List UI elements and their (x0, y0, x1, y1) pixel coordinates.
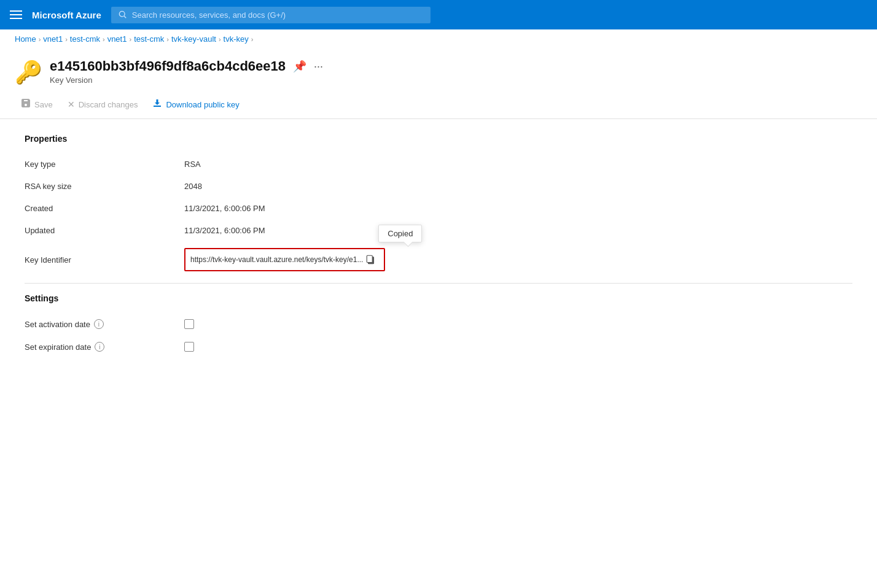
activation-date-checkbox[interactable] (184, 319, 194, 329)
value-created: 11/3/2021, 6:00:06 PM (184, 204, 265, 213)
svg-line-1 (124, 16, 126, 18)
breadcrumb-vnet1-1[interactable]: vnet1 (43, 34, 63, 44)
page-header-content: e145160bb3bf496f9df8a6cb4cd6ee18 📌 ··· K… (50, 58, 862, 85)
expiration-date-checkbox[interactable] (184, 342, 194, 352)
content-area: Properties Key type RSA RSA key size 204… (0, 119, 877, 373)
save-button[interactable]: Save (15, 95, 59, 114)
page-subtitle: Key Version (50, 75, 862, 85)
download-icon (152, 98, 162, 110)
breadcrumb-tvk-key-vault[interactable]: tvk-key-vault (171, 34, 216, 44)
key-identifier-box: https://tvk-key-vault.vault.azure.net/ke… (184, 248, 385, 271)
hamburger-menu[interactable] (10, 10, 22, 19)
property-row-expiration-date: Set expiration date i (25, 336, 852, 358)
label-key-identifier: Key Identifier (25, 255, 184, 265)
more-options-icon[interactable]: ··· (314, 60, 323, 73)
breadcrumb-vnet1-2[interactable]: vnet1 (107, 34, 127, 44)
label-created: Created (25, 204, 184, 213)
label-activation-date: Set activation date i (25, 319, 184, 329)
breadcrumb-tvk-key[interactable]: tvk-key (224, 34, 249, 44)
value-key-type: RSA (184, 160, 201, 169)
page-header: 🔑 e145160bb3bf496f9df8a6cb4cd6ee18 📌 ···… (0, 48, 877, 90)
discard-button[interactable]: ✕ Discard changes (61, 96, 144, 112)
label-expiration-date: Set expiration date i (25, 342, 184, 352)
search-icon (119, 10, 127, 19)
label-key-type: Key type (25, 160, 184, 169)
activation-date-info-icon[interactable]: i (94, 319, 104, 329)
toolbar: Save ✕ Discard changes Download public k… (0, 90, 877, 119)
key-icon: 🔑 (15, 60, 42, 85)
property-row-updated: Updated 11/3/2021, 6:00:06 PM (25, 220, 852, 242)
settings-section-title: Settings (25, 293, 852, 303)
property-row-key-type: Key type RSA (25, 153, 852, 176)
breadcrumb: Home › vnet1 › test-cmk › vnet1 › test-c… (0, 29, 877, 48)
breadcrumb-test-cmk-2[interactable]: test-cmk (134, 34, 164, 44)
copy-icon (365, 254, 376, 265)
search-bar[interactable] (111, 7, 431, 23)
settings-section: Settings Set activation date i Set expir… (25, 293, 852, 358)
breadcrumb-home[interactable]: Home (15, 34, 36, 44)
discard-icon: ✕ (68, 99, 75, 109)
properties-section-title: Properties (25, 134, 852, 144)
breadcrumb-test-cmk-1[interactable]: test-cmk (70, 34, 100, 44)
property-row-key-identifier: Key Identifier Copied https://tvk-key-va… (25, 242, 852, 278)
key-identifier-value: https://tvk-key-vault.vault.azure.net/ke… (190, 255, 363, 264)
value-updated: 11/3/2021, 6:00:06 PM (184, 226, 265, 235)
save-icon (21, 98, 31, 110)
copied-tooltip: Copied (378, 225, 422, 242)
topbar: Microsoft Azure (0, 0, 877, 29)
label-updated: Updated (25, 226, 184, 235)
brand-logo: Microsoft Azure (32, 10, 101, 20)
value-expiration-date (184, 342, 194, 352)
copy-key-identifier-button[interactable] (363, 253, 379, 266)
download-public-key-button[interactable]: Download public key (146, 95, 245, 114)
property-row-rsa-key-size: RSA key size 2048 (25, 176, 852, 198)
svg-rect-3 (367, 255, 373, 262)
svg-point-0 (119, 11, 125, 17)
search-input[interactable] (132, 10, 423, 20)
pin-icon[interactable]: 📌 (293, 60, 306, 73)
page-title: e145160bb3bf496f9df8a6cb4cd6ee18 (50, 58, 286, 74)
property-row-activation-date: Set activation date i (25, 313, 852, 336)
expiration-date-info-icon[interactable]: i (95, 342, 104, 352)
key-identifier-wrapper: Copied https://tvk-key-vault.vault.azure… (184, 248, 385, 271)
value-activation-date (184, 319, 194, 329)
property-row-created: Created 11/3/2021, 6:00:06 PM (25, 198, 852, 220)
section-divider (25, 283, 852, 284)
label-rsa-key-size: RSA key size (25, 182, 184, 191)
value-rsa-key-size: 2048 (184, 182, 202, 191)
